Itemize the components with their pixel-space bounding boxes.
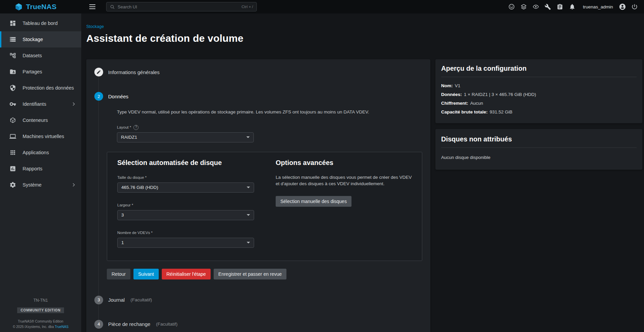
disk-size-select[interactable]: 465.76 GiB (HDD)	[117, 182, 254, 193]
notifications-button[interactable]	[568, 2, 577, 11]
summary-value: V1	[455, 83, 461, 88]
auto-selection-section: Sélection automatisée de disque Taille d…	[117, 159, 254, 248]
hostname: TN-TN1	[0, 298, 81, 303]
disk-size-label: Taille du disque *	[117, 175, 147, 179]
vdev-count-select-value: 1	[121, 240, 124, 245]
unassigned-disks-card: Disques non attribués Aucun disque dispo…	[435, 129, 642, 170]
key-icon	[9, 101, 16, 107]
sidebar-item-label: Conteneurs	[23, 118, 48, 123]
user-menu-button[interactable]	[618, 2, 627, 11]
manual-disk-selection-button[interactable]: Sélection manuelle des disques	[276, 196, 351, 207]
search-icon	[110, 4, 115, 9]
step-done-circle	[94, 68, 103, 76]
vdev-count-label: Nombre de VDEVs *	[117, 231, 153, 235]
sidebar-item-datasets[interactable]: Datasets	[0, 47, 81, 64]
divider	[441, 147, 637, 148]
breadcrumb[interactable]: Stockage	[86, 24, 104, 29]
chevron-right-icon	[70, 101, 76, 107]
datasets-icon	[9, 52, 16, 59]
sidebar-item-partages[interactable]: Partages	[0, 64, 81, 80]
sidebar-item-applications[interactable]: Applications	[0, 144, 81, 161]
vdev-count-select[interactable]: 1	[117, 238, 254, 248]
vdev-description: Type VDEV normal, utilisé pour les opéra…	[117, 109, 422, 115]
dashboard-icon	[9, 20, 16, 27]
config-preview-card: Aperçu de la configuration Nom: V1 Donné…	[435, 59, 642, 123]
global-search[interactable]: Ctrl + /	[106, 2, 257, 11]
disk-selection-panel: Sélection automatisée de disque Taille d…	[107, 152, 422, 261]
wizard-card: Informations générales 2 Données Type VD…	[86, 59, 430, 332]
advanced-options-title: Options avancées	[276, 159, 412, 167]
disk-size-field: Taille du disque * 465.76 GiB (HDD)	[117, 174, 254, 193]
layout-field: Layout * ? RAIDZ1	[117, 125, 422, 142]
back-button[interactable]: Retour	[107, 269, 130, 279]
chevron-down-icon	[247, 214, 250, 216]
summary-label: Données:	[441, 92, 462, 97]
jobs-button[interactable]	[543, 2, 553, 11]
power-button[interactable]	[630, 2, 639, 11]
sidebar-item-rapports[interactable]: Rapports	[0, 161, 81, 177]
step-piece-de-rechange[interactable]: 4 Pièce de rechange (Facultatif)	[94, 320, 422, 329]
step-donnees-content: Type VDEV normal, utilisé pour les opéra…	[107, 109, 422, 279]
sidebar-item-label: Rapports	[23, 166, 42, 171]
sidebar-item-label: Identifiants	[23, 101, 46, 107]
advanced-options-description: La sélection manuelle des disques vous p…	[276, 174, 412, 187]
auto-selection-title: Sélection automatisée de disque	[117, 159, 254, 167]
unassigned-disks-title: Disques non attribués	[441, 135, 637, 143]
truenas-logo[interactable]: TrueNAS	[0, 3, 81, 11]
sidebar-item-tableau-de-bord[interactable]: Tableau de bord	[0, 15, 81, 31]
layout-select[interactable]: RAIDZ1	[117, 132, 254, 142]
step-number-circle: 2	[94, 92, 103, 101]
save-review-button[interactable]: Enregistrer et passer en revue	[214, 269, 286, 279]
topbar: TrueNAS Ctrl + / truenas_admin	[0, 0, 644, 13]
width-select[interactable]: 3	[117, 210, 254, 220]
tasks-button[interactable]	[555, 2, 565, 11]
chevron-down-icon	[246, 136, 250, 138]
step-label: Données	[108, 94, 128, 99]
sidenav-toggle-button[interactable]	[88, 3, 96, 11]
truecommand-button[interactable]	[531, 2, 541, 11]
feedback-button[interactable]	[507, 2, 516, 11]
step-optional-label: (Facultatif)	[130, 297, 152, 302]
sidebar-item-label: Partages	[23, 69, 42, 74]
summary-value: Aucun	[470, 101, 483, 106]
sidebar-item-label: Datasets	[23, 53, 42, 58]
chevron-down-icon	[247, 242, 250, 243]
sidebar-item-systeme[interactable]: Système	[0, 177, 81, 193]
summary-row-data: Données: 1 × RAIDZ1 | 3 × 465.76 GiB (HD…	[441, 92, 637, 97]
releases-button[interactable]	[519, 2, 528, 11]
step-label: Journal	[108, 297, 125, 303]
sidebar-item-label: Applications	[23, 150, 49, 155]
width-select-value: 3	[121, 212, 124, 218]
search-shortcut: Ctrl + /	[242, 5, 253, 9]
reset-step-button[interactable]: Réinitialiser l'étape	[162, 269, 211, 279]
step-donnees[interactable]: 2 Données	[94, 92, 422, 101]
edition-line: TrueNAS® Community Edition	[0, 320, 81, 323]
sidebar-item-stockage[interactable]: Stockage	[0, 31, 81, 47]
right-column: Aperçu de la configuration Nom: V1 Donné…	[435, 59, 642, 170]
sidebar-item-identifiants[interactable]: Identifiants	[0, 96, 81, 112]
unassigned-disks-message: Aucun disque disponible	[441, 155, 637, 160]
sidebar-item-protection-des-donnees[interactable]: Protection des données	[0, 80, 81, 96]
copyright-link[interactable]: TrueNAS	[55, 325, 68, 329]
vm-icon	[9, 133, 16, 140]
width-label: Largeur *	[117, 203, 133, 207]
container-icon	[9, 117, 16, 124]
reports-icon	[9, 165, 16, 172]
copyright: © 2025 iXsystems, Inc. dba TrueNAS	[0, 325, 81, 329]
advanced-options-section: Options avancées La sélection manuelle d…	[276, 159, 412, 248]
sidebar-item-label: Tableau de bord	[23, 21, 58, 26]
menu-icon	[88, 3, 96, 11]
sidebar-item-conteneurs[interactable]: Conteneurs	[0, 112, 81, 128]
step-journal[interactable]: 3 Journal (Facultatif)	[94, 296, 422, 304]
step-number-circle: 4	[94, 320, 103, 329]
shares-icon	[9, 68, 16, 75]
sidebar-item-label: Protection des données	[23, 85, 74, 91]
username: truenas_admin	[583, 4, 613, 9]
chevron-right-icon	[70, 182, 76, 188]
step-informations-generales[interactable]: Informations générales	[94, 68, 422, 76]
sidebar-item-machines-virtuelles[interactable]: Machines virtuelles	[0, 128, 81, 144]
layers-icon	[520, 3, 527, 10]
help-icon[interactable]: ?	[133, 125, 139, 130]
next-button[interactable]: Suivant	[133, 269, 159, 279]
search-input[interactable]	[118, 4, 239, 9]
